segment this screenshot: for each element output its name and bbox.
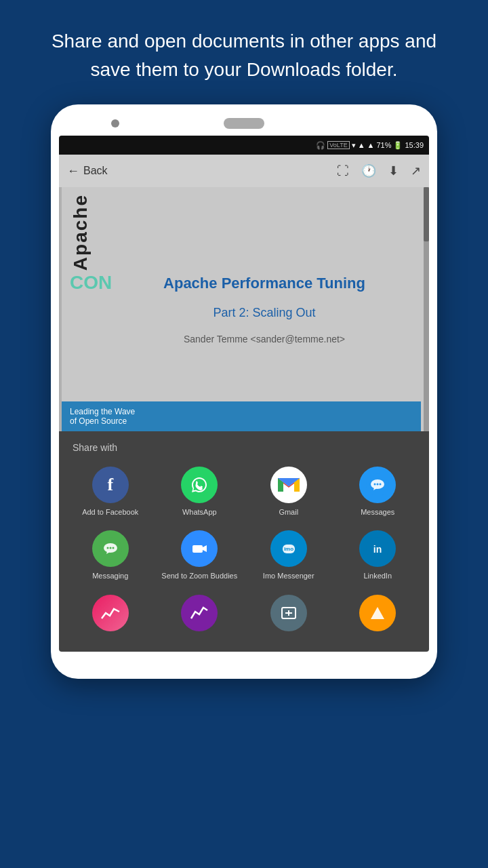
unknown4-icon (359, 595, 396, 631)
headphone-icon: 🎧 (316, 141, 325, 150)
fullscreen-icon[interactable]: ⛶ (337, 164, 349, 178)
share-grid: fAdd to Facebook WhatsApp Gmail Messages… (67, 462, 421, 639)
share-panel: Share with fAdd to Facebook WhatsApp Gma… (59, 431, 429, 652)
pdf-viewer: Apache CON Apache Performance Tuning Par… (59, 187, 429, 431)
con-text: CON (70, 272, 104, 294)
pdf-title: Apache Performance Tuning (163, 275, 365, 292)
download-icon[interactable]: ⬇ (388, 163, 399, 178)
whatsapp-icon (181, 467, 218, 503)
svg-point-5 (380, 484, 382, 486)
front-camera (111, 119, 119, 127)
svg-rect-12 (192, 545, 203, 553)
facebook-label: Add to Facebook (82, 507, 138, 517)
clock: 15:39 (405, 141, 424, 149)
svg-marker-21 (371, 607, 384, 619)
linkedin-label: LinkedIn (363, 571, 392, 580)
phone-screen: 🎧 VoLTE ▾ ▲ ▲ 71% 🔋 15:39 ← Back ⛶ 🕐 ⬇ ↗ (59, 136, 429, 652)
svg-text:imo: imo (284, 546, 293, 552)
svg-text:in: in (373, 544, 382, 555)
share-icon[interactable]: ↗ (411, 163, 421, 178)
gmail-label: Gmail (279, 507, 298, 517)
svg-point-4 (377, 484, 379, 486)
zoom-icon (181, 530, 218, 567)
back-button[interactable]: ← Back (67, 164, 108, 178)
share-item-linkedin[interactable]: in LinkedIn (335, 526, 422, 585)
messaging-icon (92, 530, 129, 567)
imo-label: Imo Messenger (263, 571, 314, 580)
scrollbar[interactable] (424, 187, 429, 431)
svg-point-10 (112, 547, 114, 549)
zoom-label: Send to Zoom Buddies (161, 571, 237, 580)
navigation-bar: ← Back ⛶ 🕐 ⬇ ↗ (59, 155, 429, 187)
scrollbar-thumb (424, 187, 429, 241)
share-item-imo[interactable]: imo Imo Messenger (245, 526, 332, 585)
apache-logo: Apache CON (70, 194, 104, 294)
share-item-unknown4[interactable] (335, 591, 422, 639)
back-arrow-icon: ← (67, 164, 79, 178)
status-bar: 🎧 VoLTE ▾ ▲ ▲ 71% 🔋 15:39 (59, 136, 429, 155)
header-text: Share and open documents in other apps a… (0, 0, 488, 104)
svg-point-9 (109, 547, 111, 549)
linkedin-icon: in (359, 530, 396, 567)
battery-icon: 🔋 (393, 141, 403, 150)
share-item-unknown3[interactable] (245, 591, 332, 639)
unknown2-icon (181, 595, 218, 631)
whatsapp-label: WhatsApp (182, 507, 217, 517)
messages-label: Messages (361, 507, 394, 517)
share-item-facebook[interactable]: fAdd to Facebook (67, 462, 154, 521)
share-item-whatsapp[interactable]: WhatsApp (157, 462, 243, 521)
pdf-banner: Leading the Wave of Open Source (62, 401, 421, 431)
messages-icon (359, 467, 396, 503)
apache-text: Apache (70, 194, 104, 271)
imo-icon: imo (270, 530, 307, 567)
pdf-author: Sander Temme <sander@temme.net> (184, 334, 345, 344)
signal-icon2: ▲ (367, 141, 375, 149)
share-with-label: Share with (67, 442, 421, 453)
share-item-unknown1[interactable] (67, 591, 154, 639)
share-item-messaging[interactable]: Messaging (67, 526, 154, 585)
battery-text: 71% (376, 141, 391, 149)
svg-point-8 (106, 547, 108, 549)
nav-actions: ⛶ 🕐 ⬇ ↗ (337, 163, 421, 178)
pdf-banner-text: Leading the Wave (70, 407, 413, 416)
wifi-icon: ▾ (352, 141, 356, 150)
back-label: Back (83, 165, 108, 177)
pdf-subtitle: Part 2: Scaling Out (213, 306, 315, 320)
speaker (224, 118, 264, 129)
facebook-icon: f (92, 467, 129, 503)
share-item-gmail[interactable]: Gmail (245, 462, 332, 521)
share-item-messages[interactable]: Messages (335, 462, 422, 521)
phone-bottom (59, 652, 429, 665)
volte-icon: VoLTE (327, 141, 349, 149)
share-item-zoom[interactable]: Send to Zoom Buddies (157, 526, 243, 585)
unknown1-icon (92, 595, 129, 631)
pdf-banner-text2: of Open Source (70, 416, 413, 426)
gmail-icon (270, 467, 307, 503)
history-icon[interactable]: 🕐 (361, 163, 376, 178)
phone-frame: 🎧 VoLTE ▾ ▲ ▲ 71% 🔋 15:39 ← Back ⛶ 🕐 ⬇ ↗ (51, 104, 437, 679)
share-item-unknown2[interactable] (157, 591, 243, 639)
messaging-label: Messaging (92, 571, 128, 580)
unknown3-icon (270, 595, 307, 631)
svg-point-3 (374, 484, 376, 486)
svg-point-0 (188, 473, 211, 496)
signal-icon1: ▲ (358, 141, 365, 149)
